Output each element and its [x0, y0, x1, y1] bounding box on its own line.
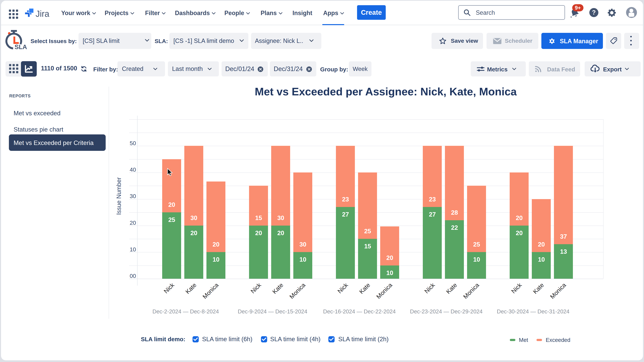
svg-text:SLA: SLA — [14, 43, 27, 50]
